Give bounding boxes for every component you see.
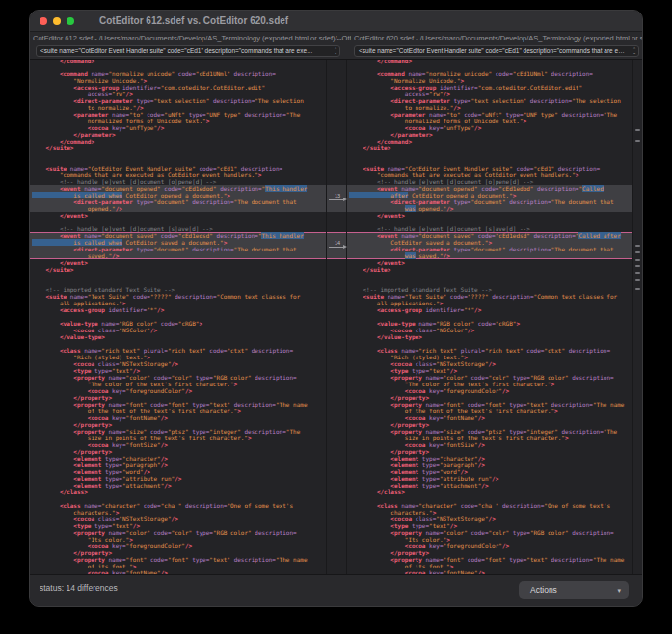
code-line: </class> [349,489,632,495]
code-line: <type type="text"/> [32,367,326,374]
code-line: <!-- handle [e]vent [d]ocument [o]pene[d… [349,178,632,185]
traffic-lights [30,17,74,25]
code-line: <access-group identifier="*"/> [349,306,632,313]
code-pane-left[interactable]: </command> <command name="normalize unic… [30,60,326,574]
diff-gutter: 1314 [326,60,347,574]
code-line: <cocoa class="NSColor"/> [32,327,326,333]
code-line: <element type="character"/> [349,455,632,462]
code-line: </value-type> [32,333,326,340]
code-line: "The color of the text's first character… [32,381,326,387]
code-line: <cocoa class="NSTextStorage"/> [32,515,326,522]
popup-updown-icon: ⌃⌄ [334,46,337,56]
code-line: <cocoa key="fontName"/> [32,414,326,421]
code-line: <direct-parameter type="text selection" … [349,97,632,104]
code-line: to normalize."/> [349,104,632,111]
code-line: </property> [349,421,632,428]
scope-popup-right-label: <suite name="CotEditor Event Handler sui… [359,47,625,54]
code-line: <suite name="Text Suite" code="????" des… [349,293,632,300]
diff-connector[interactable]: 13 [328,193,347,202]
code-line: </suite> [349,266,632,273]
scrollbar-diff-marker [635,251,640,253]
code-line: <!-- handle [e]vent [d]ocument [o]pene[d… [32,178,326,185]
code-line: <property name="color" code="colr" type=… [349,374,632,381]
code-line [349,340,632,347]
code-line: all applications."> [32,300,326,306]
code-line: <property name="color" code="colr" type=… [32,374,326,381]
code-line: <type type="text"/> [349,367,632,374]
code-line [349,279,632,286]
code-line: <cocoa key="unfType"/> [349,124,632,131]
code-line [32,219,326,225]
code-line: is called when CotEditor saved a documen… [32,239,326,246]
code-line [32,495,326,502]
scrollbar-diff-marker [635,272,640,274]
code-line: </event> [349,259,632,266]
code-line [32,313,326,320]
title-bar[interactable]: CotEditor 612.sdef vs. CotEditor 620.sde… [30,11,642,32]
code-line: <cocoa key="fontName"/> [349,414,632,421]
code-line: saved."/> [32,252,326,259]
code-line: <access-group identifier="*"/> [32,306,326,313]
code-pane-right[interactable]: </command> <command name="normalize unic… [347,60,632,574]
code-line: <direct-parameter type="document" descri… [349,246,632,252]
code-line: <value-type name="RGB color" code="cRGB"… [32,320,326,327]
code-line: after CotEditor opened a document."> [349,192,632,198]
code-line: <access-group identifier="com.coteditor.… [349,84,632,91]
code-line: <property name="color" code="colr" type=… [32,529,326,536]
code-line: <class name="character" code="cha " desc… [349,502,632,509]
code-line: </event> [32,259,326,266]
code-line: <element type="attribute run"/> [349,475,632,482]
scrollbar-diff-marker [635,279,640,281]
code-line: <cocoa class="NSTextStorage"/> [32,360,326,367]
code-line: to normalize."/> [32,104,326,111]
code-line: <cocoa key="fontSize"/> [349,441,632,448]
code-line [32,279,326,286]
code-line: "Its color."> [32,536,326,542]
scope-popup-left[interactable]: <suite name="CotEditor Event Handler sui… [36,45,340,57]
code-line: <direct-parameter type="document" descri… [349,198,632,205]
zoom-button[interactable] [67,17,74,25]
code-line: <property name="font" code="font" type="… [349,401,632,408]
scrollbar[interactable] [632,60,642,574]
arrow-right-icon [328,198,347,202]
code-line [349,219,632,225]
code-line: <access-group identifier="com.coteditor.… [32,84,326,91]
code-line: <class name="rich text" plural="rich tex… [349,347,632,354]
chevron-down-icon: ▾ [617,581,621,599]
code-line: "Normalize Unicode."> [349,77,632,84]
code-line: </property> [32,394,326,401]
code-line: </parameter> [32,131,326,138]
diff-connector[interactable]: 14 [328,240,347,250]
code-line [32,273,326,279]
code-line: <command name="normalize unicode" code="… [32,70,326,77]
code-line: <class name="character" code="cha " desc… [32,502,326,509]
code-line: <!-- handle [e]vent [d]ocument [s]ave[d]… [32,225,326,232]
arrow-right-icon [328,246,347,250]
code-line: </property> [32,549,326,556]
code-line [349,64,632,70]
code-line: "commands that are executed as CotEditor… [32,172,326,178]
scope-popup-right[interactable]: <suite name="CotEditor Event Handler sui… [354,45,639,57]
code-line: <property name="color" code="colr" type=… [349,529,632,536]
code-line: "commands that are executed as CotEditor… [349,172,632,178]
code-line: is called when CotEditor opened a docume… [32,192,326,198]
code-line: of the font of the text's first characte… [32,408,326,414]
minimize-button[interactable] [53,17,61,25]
code-line [32,158,326,165]
file-path-row: CotEditor 612.sdef - /Users/maro/Documen… [30,32,642,44]
code-line: was saved."/> [349,252,632,259]
code-line: <property name="font" code="font" type="… [349,556,632,563]
scrollbar-diff-marker [635,259,640,261]
code-line: <type type="text"/> [349,522,632,529]
code-line: <element type="attachment"/> [349,482,632,489]
actions-button[interactable]: Actions ▾ [519,581,629,599]
code-line: </class> [32,489,326,495]
code-line: <event name="document opened" code="cEd1… [349,185,632,192]
code-line: <element type="paragraph"/> [349,462,632,468]
code-line: </property> [349,549,632,556]
code-line: <cocoa key="foregroundColor"/> [32,387,326,394]
close-button[interactable] [40,17,47,25]
code-line: of its font."> [349,563,632,569]
code-line: <value-type name="RGB color" code="cRGB"… [349,320,632,327]
code-line: was opened."/> [349,205,632,212]
